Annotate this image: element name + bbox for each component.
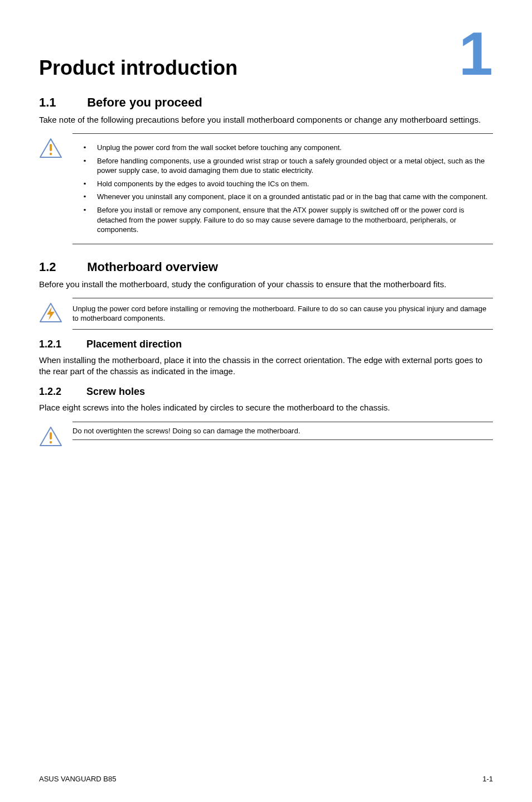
chapter-header: Product introduction 1 <box>39 39 493 80</box>
section-1-2-1-body: When installing the motherboard, place i… <box>39 355 493 378</box>
overtighten-callout: Do not overtighten the screws! Doing so … <box>39 422 493 447</box>
subsection-number: 1.2.2 <box>39 386 84 398</box>
chapter-number: 1 <box>459 38 493 69</box>
caution-icon <box>39 422 72 447</box>
subsection-title: Screw holes <box>86 386 145 397</box>
footer-product-name: ASUS VANGUARD B85 <box>39 775 116 783</box>
subsection-number: 1.2.1 <box>39 339 84 350</box>
bullet-icon: • <box>72 205 97 235</box>
section-1-2-heading: 1.2 Motherboard overview <box>39 260 493 274</box>
precaution-text: Before handling components, use a ground… <box>97 156 493 176</box>
section-1-1-heading: 1.1 Before you proceed <box>39 95 493 110</box>
precaution-text: Hold components by the edges to avoid to… <box>97 179 493 189</box>
bullet-icon: • <box>72 143 97 153</box>
bullet-icon: • <box>72 192 97 202</box>
section-1-2-1-heading: 1.2.1 Placement direction <box>39 339 493 350</box>
precaution-text: Before you install or remove any compone… <box>97 205 493 235</box>
danger-icon <box>39 298 72 323</box>
bullet-icon: • <box>72 156 97 176</box>
danger-text: Unplug the power cord before installing … <box>72 298 493 330</box>
danger-callout: Unplug the power cord before installing … <box>39 298 493 330</box>
precaution-item: • Whenever you uninstall any component, … <box>72 192 493 202</box>
precaution-text: Unplug the power cord from the wall sock… <box>97 143 493 153</box>
svg-rect-1 <box>50 144 52 151</box>
section-1-2-intro: Before you install the motherboard, stud… <box>39 279 493 290</box>
precaution-item: • Unplug the power cord from the wall so… <box>72 143 493 153</box>
section-1-1-intro: Take note of the following precautions b… <box>39 114 493 125</box>
precaution-item: • Before handling components, use a grou… <box>72 156 493 176</box>
svg-point-2 <box>50 153 52 155</box>
svg-rect-6 <box>50 432 52 439</box>
precaution-item: • Before you install or remove any compo… <box>72 205 493 235</box>
section-title: Before you proceed <box>87 95 202 109</box>
section-title: Motherboard overview <box>87 260 218 274</box>
section-1-2-2-heading: 1.2.2 Screw holes <box>39 386 493 398</box>
chapter-title: Product introduction <box>39 56 238 80</box>
section-1-2-2-body: Place eight screws into the holes indica… <box>39 402 493 413</box>
precaution-item: • Hold components by the edges to avoid … <box>72 179 493 189</box>
page: Product introduction 1 1.1 Before you pr… <box>0 0 532 802</box>
bullet-icon: • <box>72 179 97 189</box>
section-number: 1.1 <box>39 95 84 110</box>
footer-page-number: 1-1 <box>482 775 493 783</box>
subsection-title: Placement direction <box>86 339 182 350</box>
precaution-text: Whenever you uninstall any component, pl… <box>97 192 493 202</box>
precautions-callout: • Unplug the power cord from the wall so… <box>39 133 493 244</box>
svg-point-7 <box>50 441 52 443</box>
section-number: 1.2 <box>39 260 84 274</box>
overtighten-text: Do not overtighten the screws! Doing so … <box>72 422 493 441</box>
precautions-list: • Unplug the power cord from the wall so… <box>72 133 493 244</box>
caution-icon <box>39 133 72 159</box>
page-footer: ASUS VANGUARD B85 1-1 <box>39 775 493 783</box>
